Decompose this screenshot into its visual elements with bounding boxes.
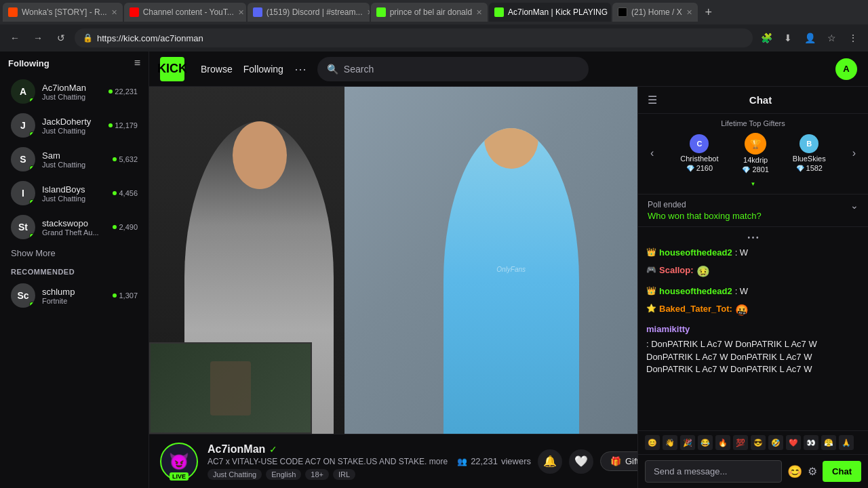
sidebar-name-islandboys: IslandBoys	[42, 184, 106, 195]
tab-youtube[interactable]: Channel content - YouT... ✕	[124, 3, 246, 22]
msg-username-4[interactable]: miamikitty	[646, 323, 690, 336]
emote-9[interactable]: 👀	[804, 435, 818, 450]
sidebar-avatar-stackswopo: St	[11, 215, 35, 239]
tab-close-discord[interactable]: ✕	[367, 8, 370, 17]
app: Following ≡ A Ac7ionMan Just Chatting 22…	[0, 52, 868, 488]
emote-4[interactable]: 🔥	[715, 435, 730, 450]
download-button[interactable]: ⬇	[778, 28, 797, 47]
stream-tag-language[interactable]: English	[266, 469, 301, 480]
emote-6[interactable]: 😎	[751, 435, 766, 450]
chat-settings-button[interactable]: ⚙	[808, 465, 817, 478]
reload-button[interactable]: ↺	[52, 28, 71, 47]
msg-username-0[interactable]: houseofthedead2	[659, 247, 732, 259]
tab-close-wonka[interactable]: ✕	[111, 8, 117, 17]
video-container[interactable]: OnlyFans	[149, 87, 637, 434]
tab-discord[interactable]: (1519) Discord | #stream... ✕	[248, 3, 370, 22]
poll-expand-button[interactable]: ⌄	[850, 200, 859, 211]
emote-11[interactable]: 🙏	[839, 435, 854, 450]
sidebar-viewers-jackdoherty: 12,179	[108, 121, 138, 129]
gift-sub-button[interactable]: 🎁 Gift a Sub	[600, 451, 637, 471]
sidebar-avatar-initials-stackswopo: St	[18, 222, 28, 232]
live-dot-schlump	[29, 302, 35, 307]
sidebar-category-sam: Just Chatting	[42, 161, 106, 169]
chat-menu-icon[interactable]: ☰	[648, 94, 657, 106]
streamer-name-row: Ac7ionMan ✓	[208, 443, 448, 455]
new-tab-button[interactable]: +	[699, 3, 718, 22]
favorite-button[interactable]: 🤍	[569, 449, 593, 474]
stream-tag-category[interactable]: Just Chatting	[208, 469, 262, 480]
gifter-gems-count-14kdrip: 2801	[752, 165, 768, 174]
emote-0[interactable]: 😊	[645, 435, 660, 450]
msg-username-2[interactable]: houseofthedead2	[659, 285, 732, 298]
back-button[interactable]: ←	[5, 28, 24, 47]
msg-username-3[interactable]: Baked_Tater_Tot:	[659, 303, 732, 315]
gifter-name-christhebot: Christhebot	[680, 155, 718, 163]
sidebar-item-schlump[interactable]: Sc schlump Fortnite 1,307	[3, 279, 146, 312]
sidebar-item-islandboys[interactable]: I IslandBoys Just Chatting 4,456	[3, 177, 146, 209]
sidebar-item-sam[interactable]: S Sam Just Chatting 5,632	[3, 143, 146, 176]
tab-x[interactable]: (21) Home / X ✕	[612, 3, 698, 22]
video-background: OnlyFans	[149, 87, 637, 434]
kick-logo[interactable]: KICK	[160, 57, 184, 81]
tab-favicon-wonka	[8, 7, 18, 17]
gift-icon: 🎁	[610, 456, 621, 466]
emote-1[interactable]: 👋	[663, 435, 677, 450]
gem-icon-christhebot: 💎	[686, 165, 694, 172]
tab-close-youtube[interactable]: ✕	[238, 8, 244, 17]
msg-line-3: ⭐ Baked_Tater_Tot: 🤬	[646, 303, 860, 318]
tab-close-prince[interactable]: ✕	[476, 8, 482, 17]
chat-message-input[interactable]	[645, 460, 782, 483]
show-more-button[interactable]: Show More	[0, 244, 149, 262]
gifters-prev-arrow[interactable]: ‹	[648, 144, 656, 162]
sidebar-category-schlump: Fortnite	[42, 297, 106, 305]
chat-send-button[interactable]: Chat	[823, 461, 861, 482]
menu-button[interactable]: ⋮	[844, 28, 863, 47]
forward-button[interactable]: →	[28, 28, 47, 47]
emote-5[interactable]: 💯	[733, 435, 748, 450]
user-avatar[interactable]: A	[835, 58, 857, 80]
top-gifters-row: ‹ C Christhebot 💎 2160 🏆 14kdrip	[648, 133, 859, 174]
address-bar[interactable]: 🔒 https://kick.com/ac7ionman	[75, 28, 753, 47]
browse-link[interactable]: Browse	[201, 64, 233, 75]
search-bar[interactable]: 🔍	[317, 57, 589, 81]
msg-username-1[interactable]: Scallop:	[659, 264, 694, 277]
live-dot-sam	[29, 165, 35, 171]
emote-7[interactable]: 🤣	[768, 435, 783, 450]
tab-kick[interactable]: Ac7ionMan | Kick PLAYING ✕	[489, 3, 611, 22]
gifter-gems-count-blueskies: 1582	[806, 164, 823, 172]
sidebar-collapse-button[interactable]: ≡	[134, 57, 140, 69]
emoji-picker-button[interactable]: 😊	[787, 464, 802, 479]
poll-ended-label: Poll ended	[648, 200, 762, 209]
following-link[interactable]: Following	[243, 64, 283, 75]
gifter-name-14kdrip: 14kdrip	[743, 156, 768, 164]
tab-prince[interactable]: prince of bel air donald ✕	[371, 3, 488, 22]
sidebar-item-ac7ionman[interactable]: A Ac7ionMan Just Chatting 22,231	[3, 75, 146, 108]
sidebar-category-stackswopo: Grand Theft Au...	[42, 228, 106, 237]
more-nav-button[interactable]: ⋯	[294, 62, 307, 77]
tab-favicon-prince	[376, 7, 386, 17]
sidebar-avatar-initials-sam: S	[20, 154, 26, 165]
search-input[interactable]	[344, 64, 579, 75]
tab-wonka[interactable]: Wonka's [STORY] - R... ✕	[3, 3, 123, 22]
chat-messages[interactable]: • • • 👑 houseofthedead2 : W 🎮 Scallop: �	[638, 227, 868, 430]
stream-actions: 👥 22,231 viewers 🔔 🤍 🎁 Gift a Sub ⚡	[457, 449, 637, 474]
video-person-right: OnlyFans	[443, 128, 579, 434]
viewer-count: 👥 22,231 viewers	[457, 456, 531, 466]
emote-10[interactable]: 😤	[821, 435, 836, 450]
gifter-gems-14kdrip: 💎 2801	[742, 165, 768, 174]
profile-button[interactable]: 👤	[800, 28, 819, 47]
gifters-next-arrow[interactable]: ›	[850, 144, 859, 162]
emote-2[interactable]: 🎉	[680, 435, 695, 450]
tab-favicon-kick	[494, 7, 504, 17]
sidebar-item-jackdoherty[interactable]: J JackDoherty Just Chatting 12,179	[3, 109, 146, 142]
stream-more-link[interactable]: more	[429, 457, 448, 466]
emote-8[interactable]: ❤️	[786, 435, 801, 450]
tab-close-x[interactable]: ✕	[686, 8, 692, 17]
live-badge: LIVE	[170, 472, 189, 481]
msg-badge-2: 👑	[646, 285, 656, 297]
notify-button[interactable]: 🔔	[538, 449, 562, 474]
emote-3[interactable]: 😂	[698, 435, 713, 450]
sidebar-item-stackswopo[interactable]: St stackswopo Grand Theft Au... 2,490	[3, 211, 146, 243]
bookmark-button[interactable]: ☆	[822, 28, 841, 47]
extensions-button[interactable]: 🧩	[757, 28, 776, 47]
